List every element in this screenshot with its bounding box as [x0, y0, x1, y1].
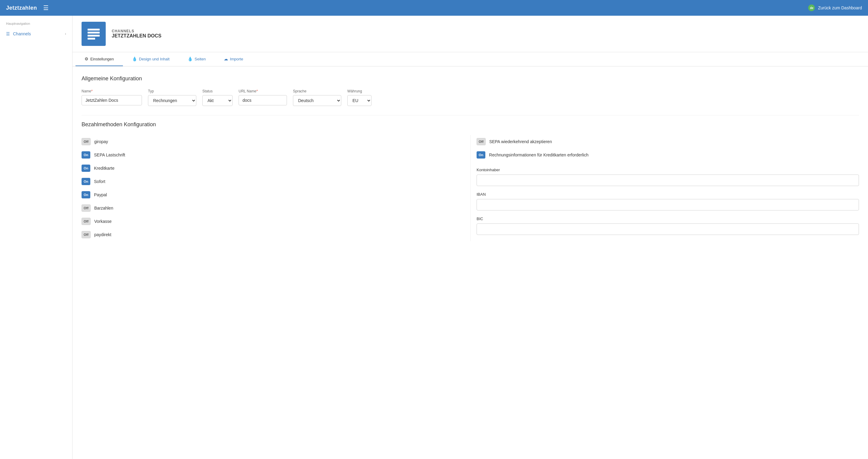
channel-section-label: CHANNELS	[112, 29, 161, 33]
status-select[interactable]: Akt	[203, 95, 232, 106]
name-required-star: *	[91, 89, 93, 93]
payment-item-paydirekt: Off paydirekt	[82, 228, 458, 241]
kontoinhaber-input[interactable]	[476, 175, 859, 186]
payment-label-barzahlen: Barzahlen	[94, 206, 113, 211]
menu-icon[interactable]: ☰	[43, 4, 49, 11]
payment-item-barzahlen: Off Barzahlen	[82, 202, 458, 215]
tab-seiten[interactable]: 💧 Seiten	[179, 52, 215, 66]
bic-group: BIC	[476, 216, 859, 235]
svg-rect-1	[88, 32, 100, 33]
gear-icon: ⚙	[85, 57, 89, 61]
channel-name: JETZTZAHLEN DOCS	[112, 33, 161, 39]
url-name-field-group: URL Name*	[239, 89, 287, 105]
bic-label: BIC	[476, 216, 859, 221]
name-label: Name*	[82, 89, 142, 93]
payment-right-column: Off SEPA wiederkehrend akzeptieren On Re…	[470, 135, 859, 241]
status-label: Status	[203, 89, 232, 93]
payment-label-kredit-info: Rechnungsinformationen für Kreditkarten …	[489, 153, 588, 157]
toggle-paydirekt[interactable]: Off	[82, 231, 91, 238]
payment-item-kredit-info: On Rechnungsinformationen für Kreditkart…	[476, 148, 859, 161]
back-to-dashboard-link[interactable]: Zurück zum Dashboard	[818, 5, 862, 10]
toggle-sepa-label: On	[82, 152, 90, 158]
section-divider	[82, 115, 859, 115]
cloud-icon: ☁	[224, 57, 228, 61]
wahrung-field-group: Währung EU	[347, 89, 371, 106]
chevron-icon: ‹	[65, 32, 66, 36]
bic-input[interactable]	[476, 223, 859, 235]
toggle-sepa-recurring-label: Off	[477, 138, 485, 145]
toggle-paypal[interactable]: On	[82, 191, 90, 198]
sprache-label: Sprache	[293, 89, 341, 93]
toggle-paypal-label: On	[82, 191, 90, 198]
kontoinhaber-label: Kontoinhaber	[476, 167, 859, 172]
kontoinhaber-group: Kontoinhaber	[476, 167, 859, 186]
payment-item-sepa-recurring: Off SEPA wiederkehrend akzeptieren	[476, 135, 859, 148]
wahrung-select[interactable]: EU	[347, 95, 371, 106]
channel-header: CHANNELS JETZTZAHLEN DOCS	[72, 16, 868, 52]
payment-item-vorkasse: Off Vorkasse	[82, 215, 458, 228]
payment-label-sepa: SEPA Lastschrift	[94, 153, 125, 157]
svg-rect-2	[88, 35, 100, 36]
payment-config-title: Bezahlmethoden Konfiguration	[82, 121, 859, 128]
toggle-sepa-recurring[interactable]: Off	[476, 138, 486, 145]
iban-group: IBAN	[476, 192, 859, 211]
payment-item-giropay: Off giropay	[82, 135, 458, 148]
toggle-giropay[interactable]: Off	[82, 138, 91, 145]
payment-label-sepa-recurring: SEPA wiederkehrend akzeptieren	[489, 139, 552, 144]
sprache-field-group: Sprache Deutsch	[293, 89, 341, 106]
url-name-input[interactable]	[239, 95, 287, 105]
sidebar-item-label: Channels	[13, 31, 31, 36]
toggle-kreditkarte-label: On	[82, 165, 90, 172]
wahrung-label: Währung	[347, 89, 371, 93]
toggle-vorkasse[interactable]: Off	[82, 218, 91, 225]
payment-label-paypal: Paypal	[94, 192, 107, 197]
toggle-kredit-info[interactable]: On	[476, 151, 485, 158]
main-content: CHANNELS JETZTZAHLEN DOCS ⚙ Einstellunge…	[72, 16, 868, 459]
typ-label: Typ	[148, 89, 196, 93]
channels-icon: ☰	[6, 31, 10, 36]
drop-icon-seiten: 💧	[188, 57, 193, 61]
url-required-star: *	[256, 89, 258, 93]
svg-rect-0	[88, 29, 100, 31]
toggle-paydirekt-label: Off	[82, 231, 90, 238]
payment-grid: Off giropay On SEPA Lastschrift On	[82, 135, 859, 241]
tab-importe[interactable]: ☁ Importe	[215, 52, 252, 66]
header-left: Jetztzahlen ☰	[6, 4, 49, 11]
tab-design[interactable]: 💧 Design und Inhalt	[123, 52, 179, 66]
payment-label-vorkasse: Vorkasse	[94, 219, 112, 224]
tab-seiten-label: Seiten	[194, 57, 206, 61]
payment-label-paydirekt: paydirekt	[94, 232, 112, 237]
toggle-barzahlen-label: Off	[82, 205, 90, 211]
tab-importe-label: Importe	[230, 57, 243, 61]
sidebar: Hauptnavigation ☰ Channels ‹	[0, 16, 72, 459]
language-badge[interactable]: de	[808, 4, 815, 11]
toggle-kreditkarte[interactable]: On	[82, 164, 90, 172]
toggle-giropay-label: Off	[82, 138, 90, 145]
url-name-label: URL Name*	[239, 89, 287, 93]
header: Jetztzahlen ☰ de Zurück zum Dashboard	[0, 0, 868, 16]
toggle-sepa[interactable]: On	[82, 151, 90, 158]
name-input[interactable]	[82, 95, 142, 105]
header-right: de Zurück zum Dashboard	[808, 4, 862, 11]
payment-item-kreditkarte: On Kreditkarte	[82, 161, 458, 175]
payment-item-sofort: On Sofort	[82, 175, 458, 188]
channel-icon-block	[82, 22, 106, 46]
typ-field-group: Typ Rechnungen	[148, 89, 196, 106]
payment-item-paypal: On Paypal	[82, 188, 458, 202]
channel-title-block: CHANNELS JETZTZAHLEN DOCS	[112, 29, 161, 39]
toggle-sofort[interactable]: On	[82, 178, 90, 185]
toggle-barzahlen[interactable]: Off	[82, 205, 91, 212]
iban-label: IBAN	[476, 192, 859, 196]
typ-select[interactable]: Rechnungen	[148, 95, 196, 106]
tab-design-label: Design und Inhalt	[139, 57, 169, 61]
payment-item-sepa: On SEPA Lastschrift	[82, 148, 458, 161]
payment-label-sofort: Sofort	[94, 179, 105, 184]
iban-input[interactable]	[476, 199, 859, 211]
sprache-select[interactable]: Deutsch	[293, 95, 341, 106]
payment-label-kreditkarte: Kreditkarte	[94, 166, 115, 171]
sidebar-item-channels[interactable]: ☰ Channels ‹	[0, 28, 72, 39]
app-logo: Jetztzahlen	[6, 5, 37, 11]
toggle-vorkasse-label: Off	[82, 218, 90, 225]
tab-einstellungen[interactable]: ⚙ Einstellungen	[75, 52, 123, 66]
general-config-title: Allgemeine Konfiguration	[82, 75, 859, 82]
